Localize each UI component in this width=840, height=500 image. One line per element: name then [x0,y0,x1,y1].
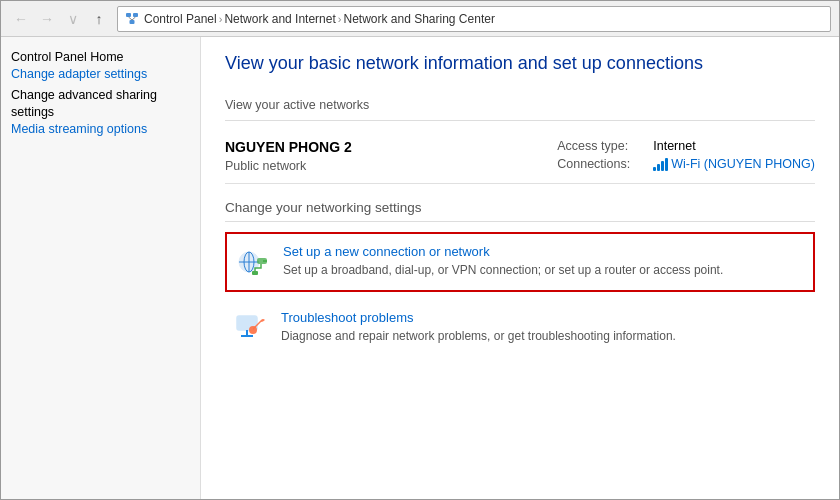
access-type-value: Internet [653,139,695,153]
troubleshoot-desc: Diagnose and repair network problems, or… [281,329,676,343]
network-info-box: NGUYEN PHONG 2 Public network Access typ… [225,129,815,184]
page-title: View your basic network information and … [225,53,815,82]
network-left: NGUYEN PHONG 2 Public network [225,139,352,173]
network-icon [124,11,140,27]
connections-label: Connections: [557,157,647,171]
sidebar-link-media-streaming[interactable]: Media streaming options [11,122,190,136]
network-access: Access type: Internet Connections: Wi-Fi… [557,139,815,171]
breadcrumb-sep-0: › [219,13,223,25]
breadcrumb-item-2: Network and Sharing Center [343,12,494,26]
svg-line-3 [129,17,133,20]
troubleshoot-link[interactable]: Troubleshoot problems [281,310,676,325]
breadcrumb: Control Panel › Network and Internet › N… [144,12,495,26]
wifi-bar-4 [665,158,668,171]
main-layout: Control Panel Home Change adapter settin… [1,37,839,500]
address-bar: ← → ∨ ↑ Control Panel › Network and Inte… [1,1,839,37]
wifi-connection-link[interactable]: Wi-Fi (NGUYEN PHONG) [671,157,815,171]
svg-rect-2 [130,20,135,24]
wifi-bar-3 [661,161,664,171]
wifi-icon-container: Wi-Fi (NGUYEN PHONG) [653,157,815,171]
troubleshoot-content: Troubleshoot problems Diagnose and repai… [281,310,676,345]
troubleshoot-icon [233,310,269,346]
sidebar-item-control-panel-home: Control Panel Home [11,50,124,64]
divider-1 [225,120,815,121]
new-connection-desc: Set up a broadband, dial-up, or VPN conn… [283,263,723,277]
dropdown-button[interactable]: ∨ [61,7,85,31]
troubleshoot-item: Troubleshoot problems Diagnose and repai… [225,300,815,356]
up-button[interactable]: ↑ [87,7,111,31]
new-connection-item[interactable]: Set up a new connection or network Set u… [225,232,815,292]
wifi-bars [653,157,668,171]
svg-rect-11 [252,271,258,275]
connection-setup-svg [235,244,271,280]
forward-button[interactable]: → [35,7,59,31]
content-area: View your basic network information and … [201,37,839,500]
new-connection-link[interactable]: Set up a new connection or network [283,244,723,259]
connections-row: Connections: Wi-Fi (NGUYEN PHONG) [557,157,815,171]
network-type: Public network [225,159,352,173]
network-name: NGUYEN PHONG 2 [225,139,352,155]
svg-rect-1 [133,13,138,17]
new-connection-content: Set up a new connection or network Set u… [283,244,723,279]
back-button[interactable]: ← [9,7,33,31]
access-type-row: Access type: Internet [557,139,815,153]
svg-point-15 [249,326,257,334]
wifi-bar-2 [657,164,660,171]
breadcrumb-item-1[interactable]: Network and Internet [224,12,335,26]
new-connection-icon [235,244,271,280]
networking-settings-label: Change your networking settings [225,200,815,222]
access-type-label: Access type: [557,139,647,153]
nav-buttons: ← → ∨ ↑ [9,7,111,31]
wifi-bar-1 [653,167,656,171]
active-networks-label: View your active networks [225,98,815,112]
sidebar-item-advanced-sharing: Change advanced sharing settings [11,88,157,120]
svg-rect-0 [126,13,131,17]
breadcrumb-item-0[interactable]: Control Panel [144,12,217,26]
breadcrumb-sep-1: › [338,13,342,25]
sidebar-link-change-adapter[interactable]: Change adapter settings [11,67,190,81]
address-input[interactable]: Control Panel › Network and Internet › N… [117,6,831,32]
sidebar: Control Panel Home Change adapter settin… [1,37,201,500]
svg-line-4 [132,17,136,20]
troubleshoot-svg [233,310,269,346]
